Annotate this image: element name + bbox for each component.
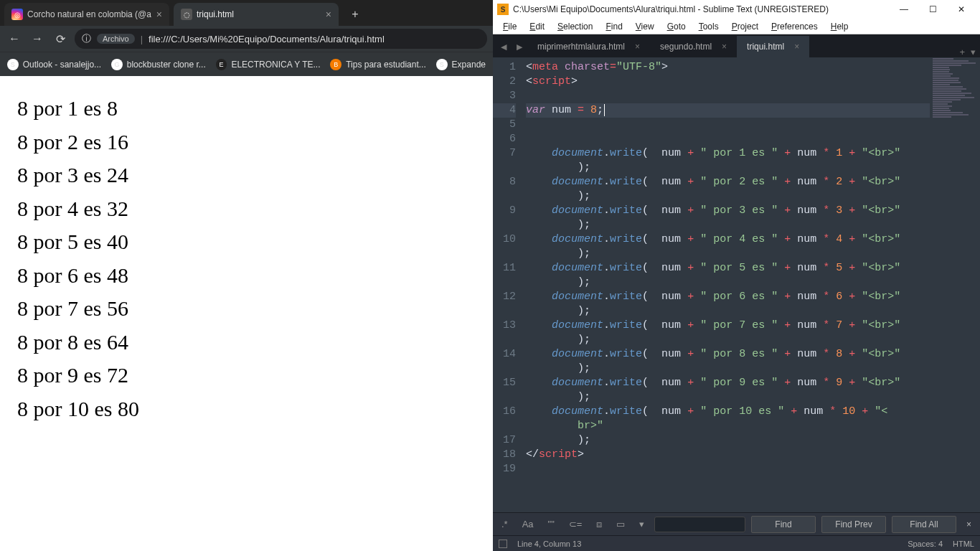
menu-item[interactable]: Help: [825, 20, 854, 33]
file-tab-2[interactable]: triqui.html×: [737, 36, 809, 57]
bookmark-label: Tips para estudiant...: [346, 60, 426, 70]
browser-tab-0[interactable]: ◎ Corcho natural en colombia (@a ×: [4, 3, 169, 26]
bookmark-icon: S: [436, 59, 448, 70]
window-title: C:\Users\Mi Equipo\Documents\Alura\triqu…: [513, 4, 890, 14]
file-tab-1[interactable]: segundo.html×: [650, 36, 737, 57]
bookmark-item[interactable]: SExpande: [436, 59, 486, 70]
tab-scroll-left-icon[interactable]: ◀: [496, 36, 512, 57]
file-tab-bar: ◀ ▶ miprimerhtmlalura.html× segundo.html…: [493, 34, 980, 57]
editor-area[interactable]: 12345678910111213141516171819 <meta char…: [493, 57, 980, 512]
forward-button[interactable]: →: [29, 30, 46, 47]
sublime-icon: S: [497, 4, 509, 15]
menu-item[interactable]: View: [630, 20, 660, 33]
bookmark-item[interactable]: Gblockbuster clone r...: [111, 59, 206, 70]
window-title-bar: S C:\Users\Mi Equipo\Documents\Alura\tri…: [493, 0, 980, 19]
tab-title: triqui.html: [197, 9, 321, 19]
reload-button[interactable]: ⟳: [52, 30, 69, 47]
menu-bar: FileEditSelectionFindViewGotoToolsProjec…: [493, 19, 980, 34]
menu-item[interactable]: Tools: [693, 20, 725, 33]
browser-tab-1[interactable]: ◌ triqui.html ×: [174, 3, 339, 26]
page-line: 8 por 10 es 80: [17, 392, 476, 426]
bookmark-label: ELECTRONICA Y TE...: [231, 60, 320, 70]
minimize-button[interactable]: —: [890, 0, 918, 19]
find-mode-word[interactable]: "": [544, 517, 559, 531]
close-icon[interactable]: ×: [635, 42, 640, 52]
page-line: 8 por 9 es 72: [17, 359, 476, 392]
syntax[interactable]: HTML: [953, 540, 974, 548]
find-dropdown-icon[interactable]: ▾: [635, 517, 649, 531]
url-bar[interactable]: ⓘ Archivo | file:///C:/Users/Mi%20Equipo…: [75, 29, 487, 49]
tab-title: Corcho natural en colombia (@a: [27, 9, 152, 19]
bookmark-label: Outlook - sanalejjo...: [23, 60, 101, 70]
file-icon: ◌: [181, 9, 192, 20]
page-line: 8 por 8 es 64: [17, 326, 476, 359]
minimap[interactable]: [930, 57, 980, 512]
file-tab-label: triqui.html: [747, 42, 784, 52]
bookmark-label: Expande: [452, 60, 486, 70]
file-tab-label: miprimerhtmlalura.html: [537, 42, 625, 52]
close-button[interactable]: ✕: [947, 0, 976, 19]
url-text: file:///C:/Users/Mi%20Equipo/Documents/A…: [149, 34, 385, 44]
find-mode-selection[interactable]: ⧈: [592, 517, 606, 532]
bookmark-icon: G: [111, 59, 123, 70]
browser-tab-strip: ◎ Corcho natural en colombia (@a × ◌ tri…: [0, 0, 493, 26]
file-tab-0[interactable]: miprimerhtmlalura.html×: [527, 36, 650, 57]
page-line: 8 por 2 es 16: [17, 126, 476, 159]
bookmark-icon: E: [216, 59, 227, 70]
find-mode-regex[interactable]: .*: [497, 517, 512, 531]
page-line: 8 por 5 es 40: [17, 225, 476, 259]
find-input[interactable]: [654, 517, 745, 532]
find-all-button[interactable]: Find All: [892, 516, 956, 533]
menu-item[interactable]: File: [497, 20, 522, 33]
bookmark-label: blockbuster clone r...: [127, 60, 206, 70]
find-button[interactable]: Find: [751, 516, 816, 533]
browser-nav-bar: ← → ⟳ ⓘ Archivo | file:///C:/Users/Mi%20…: [0, 26, 493, 52]
close-icon[interactable]: ×: [156, 9, 162, 20]
menu-item[interactable]: Find: [600, 20, 628, 33]
menu-item[interactable]: Goto: [661, 20, 692, 33]
close-icon[interactable]: ×: [962, 519, 976, 529]
bookmark-item[interactable]: BTips para estudiant...: [330, 59, 425, 70]
page-line: 8 por 3 es 24: [17, 159, 476, 192]
bookmark-icon: B: [330, 59, 341, 70]
close-icon[interactable]: ×: [326, 9, 331, 20]
bookmark-icon: S: [7, 59, 19, 70]
tab-scroll-right-icon[interactable]: ▶: [512, 36, 527, 57]
bookmark-item[interactable]: SOutlook - sanalejjo...: [7, 59, 101, 70]
cursor-position: Line 4, Column 13: [517, 540, 581, 548]
menu-item[interactable]: Selection: [552, 20, 598, 33]
find-mode-highlight[interactable]: ▭: [612, 517, 629, 531]
status-bar: Line 4, Column 13 Spaces: 4 HTML: [493, 535, 980, 551]
line-gutter: 12345678910111213141516171819: [493, 57, 522, 512]
page-line: 8 por 7 es 56: [17, 292, 476, 326]
close-icon[interactable]: ×: [794, 42, 799, 52]
file-tab-label: segundo.html: [660, 42, 712, 52]
menu-item[interactable]: Project: [726, 20, 764, 33]
bookmark-item[interactable]: EELECTRONICA Y TE...: [216, 59, 321, 70]
find-prev-button[interactable]: Find Prev: [821, 516, 886, 533]
find-bar: .* Aa "" ⊂= ⧈ ▭ ▾ Find Find Prev Find Al…: [493, 512, 980, 535]
menu-item[interactable]: Preferences: [765, 20, 824, 33]
back-button[interactable]: ←: [6, 30, 23, 47]
bookmarks-bar: SOutlook - sanalejjo... Gblockbuster clo…: [0, 52, 493, 76]
menu-item[interactable]: Edit: [524, 20, 550, 33]
tab-menu-icon[interactable]: ▾: [971, 47, 976, 57]
close-icon[interactable]: ×: [722, 42, 727, 52]
instagram-icon: ◎: [11, 9, 23, 20]
find-mode-case[interactable]: Aa: [518, 517, 538, 531]
page-line: 8 por 1 es 8: [17, 92, 476, 126]
new-tab-button[interactable]: +: [346, 5, 364, 24]
page-line: 8 por 6 es 48: [17, 259, 476, 293]
page-line: 8 por 4 es 32: [17, 192, 476, 226]
browser-page: 8 por 1 es 88 por 2 es 168 por 3 es 248 …: [0, 76, 493, 551]
maximize-button[interactable]: ☐: [918, 0, 947, 19]
new-file-icon[interactable]: +: [959, 47, 965, 57]
file-chip: Archivo: [97, 34, 135, 44]
code-view[interactable]: <meta charset="UTF-8"><script> var num =…: [522, 57, 980, 512]
find-mode-wrap[interactable]: ⊂=: [565, 517, 587, 531]
status-panel-icon[interactable]: [499, 540, 507, 548]
indentation[interactable]: Spaces: 4: [908, 540, 943, 548]
info-icon: ⓘ: [82, 32, 91, 45]
